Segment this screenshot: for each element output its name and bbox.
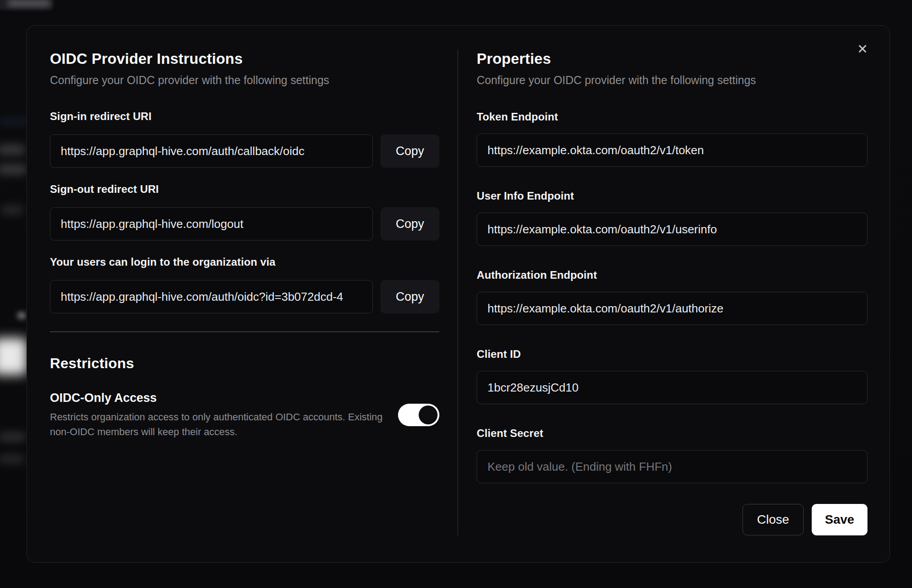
properties-panel: Properties Configure your OIDC provider … bbox=[458, 50, 867, 535]
authorization-endpoint-field: Authorization Endpoint bbox=[477, 268, 867, 325]
properties-subtitle: Configure your OIDC provider with the fo… bbox=[477, 73, 867, 87]
sign-in-redirect-uri-input[interactable] bbox=[50, 134, 373, 168]
background-blur-fragment bbox=[0, 165, 27, 174]
oidc-only-access-description: Restricts organization access to only au… bbox=[50, 410, 387, 439]
oidc-only-access-text: OIDC-Only Access Restricts organization … bbox=[50, 391, 387, 439]
copy-sign-out-uri-button[interactable]: Copy bbox=[380, 207, 439, 241]
background-blur-fragment bbox=[0, 455, 24, 463]
client-secret-input[interactable] bbox=[477, 450, 867, 483]
oidc-provider-dialog: ✕ OIDC Provider Instructions Configure y… bbox=[27, 25, 890, 563]
section-divider bbox=[50, 331, 439, 332]
organization-login-uri-field: Your users can login to the organization… bbox=[50, 256, 439, 313]
close-icon[interactable]: ✕ bbox=[854, 40, 872, 58]
background-blur-fragment bbox=[17, 312, 26, 319]
token-endpoint-field: Token Endpoint bbox=[477, 110, 867, 167]
sign-in-redirect-uri-field: Sign-in redirect URI Copy bbox=[50, 110, 439, 168]
instructions-title: OIDC Provider Instructions bbox=[50, 50, 439, 68]
save-button[interactable]: Save bbox=[812, 504, 867, 535]
client-id-label: Client ID bbox=[477, 347, 867, 361]
sign-out-redirect-uri-label: Sign-out redirect URI bbox=[50, 183, 439, 196]
background-blur-band bbox=[0, 115, 28, 128]
client-secret-field: Client Secret bbox=[477, 427, 867, 483]
background-blur-fragment bbox=[7, 0, 50, 6]
token-endpoint-input[interactable] bbox=[477, 134, 867, 167]
oidc-only-access-toggle[interactable] bbox=[398, 404, 439, 426]
oidc-only-access-row: OIDC-Only Access Restricts organization … bbox=[50, 391, 439, 439]
organization-login-uri-input[interactable] bbox=[50, 280, 373, 313]
sign-out-redirect-uri-field: Sign-out redirect URI Copy bbox=[50, 183, 439, 241]
background-blur-fragment bbox=[0, 432, 26, 441]
client-id-field: Client ID bbox=[477, 347, 867, 404]
background-blurred-button bbox=[0, 338, 27, 375]
client-id-input[interactable] bbox=[477, 371, 867, 404]
close-button[interactable]: Close bbox=[742, 504, 804, 535]
restrictions-heading: Restrictions bbox=[50, 354, 439, 373]
sign-out-redirect-uri-input[interactable] bbox=[50, 207, 373, 241]
copy-login-uri-button[interactable]: Copy bbox=[380, 280, 439, 313]
user-info-endpoint-input[interactable] bbox=[477, 213, 867, 246]
background-blur-fragment bbox=[0, 145, 25, 155]
token-endpoint-label: Token Endpoint bbox=[477, 110, 867, 124]
oidc-only-access-label: OIDC-Only Access bbox=[50, 391, 387, 405]
toggle-thumb bbox=[419, 405, 438, 424]
user-info-endpoint-field: User Info Endpoint bbox=[477, 189, 867, 246]
background-blur-fragment bbox=[1, 206, 23, 214]
instructions-panel: OIDC Provider Instructions Configure you… bbox=[50, 50, 458, 535]
sign-in-redirect-uri-label: Sign-in redirect URI bbox=[50, 110, 439, 123]
client-secret-label: Client Secret bbox=[477, 427, 867, 440]
authorization-endpoint-label: Authorization Endpoint bbox=[477, 268, 867, 282]
organization-login-uri-label: Your users can login to the organization… bbox=[50, 256, 439, 268]
properties-title: Properties bbox=[477, 50, 867, 68]
instructions-subtitle: Configure your OIDC provider with the fo… bbox=[50, 73, 439, 87]
dialog-footer: Close Save bbox=[477, 488, 867, 535]
authorization-endpoint-input[interactable] bbox=[477, 292, 867, 325]
user-info-endpoint-label: User Info Endpoint bbox=[477, 189, 867, 203]
copy-sign-in-uri-button[interactable]: Copy bbox=[380, 134, 439, 168]
